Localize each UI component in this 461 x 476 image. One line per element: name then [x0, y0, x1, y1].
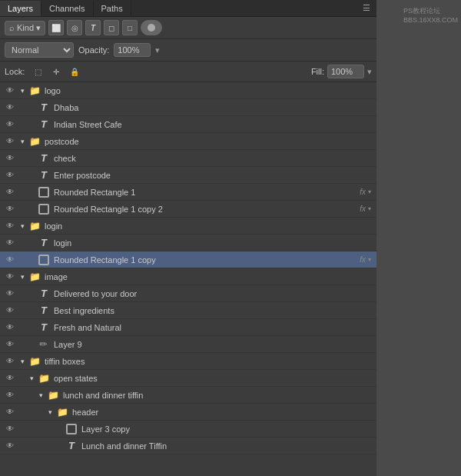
layer-row[interactable]: 👁TBest ingredients [0, 302, 376, 319]
eye-visibility-icon[interactable]: 👁 [3, 439, 17, 453]
expand-collapse-btn [26, 204, 37, 215]
filter-toggle-btn[interactable] [141, 20, 162, 35]
filter-smart-btn[interactable]: □ [122, 20, 138, 35]
layer-row[interactable]: 👁TFresh and Natural [0, 319, 376, 336]
eye-visibility-icon[interactable]: 👁 [3, 168, 17, 182]
expand-collapse-btn [26, 288, 37, 299]
eye-visibility-icon[interactable]: 👁 [3, 338, 17, 351]
eye-visibility-icon[interactable]: 👁 [3, 270, 17, 284]
layer-row[interactable]: 👁▾📁image [0, 268, 376, 285]
layer-row[interactable]: 👁▾📁header [0, 404, 376, 421]
fx-expand-btn[interactable]: ▾ [366, 188, 373, 196]
layer-row[interactable]: 👁Rounded Rectangle 1 copyfx▾ [0, 251, 376, 268]
layer-thumbnail [37, 185, 51, 199]
fill-arrow-btn[interactable]: ▾ [367, 67, 372, 77]
layer-row[interactable]: 👁TEnter postcode [0, 167, 376, 184]
filter-kind-chevron: ▾ [36, 23, 41, 33]
shape-rect-icon [38, 255, 49, 265]
text-type-icon: T [41, 152, 47, 164]
layer-row[interactable]: 👁Layer 3 copy [0, 421, 376, 438]
tab-paths[interactable]: Paths [94, 1, 131, 16]
expand-collapse-btn[interactable]: ▾ [17, 221, 28, 231]
eye-visibility-icon[interactable]: 👁 [3, 118, 17, 131]
expand-collapse-btn [26, 255, 37, 265]
eye-visibility-icon[interactable]: 👁 [3, 287, 17, 301]
eye-visibility-icon[interactable]: 👁 [3, 219, 17, 233]
fx-badge: fx [360, 255, 366, 264]
blendmode-toolbar: Normal Opacity: ▾ [0, 39, 376, 62]
expand-collapse-btn[interactable]: ▾ [45, 407, 55, 418]
expand-collapse-btn[interactable]: ▾ [35, 390, 46, 401]
layer-row[interactable]: 👁Tlogin [0, 235, 376, 251]
tab-channels[interactable]: Channels [41, 1, 93, 16]
expand-collapse-btn [26, 119, 37, 130]
fx-expand-btn[interactable]: ▾ [366, 205, 373, 213]
layer-row[interactable]: 👁▾📁open states [0, 370, 376, 387]
opacity-label: Opacity: [78, 45, 109, 55]
panel-menu-button[interactable]: ☰ [357, 0, 376, 16]
layer-name-label: Indian Street Cafe [54, 120, 373, 129]
lock-all-btn[interactable]: 🔒 [68, 65, 81, 78]
layer-row[interactable]: 👁TLunch and dinner Tiffin [0, 438, 376, 454]
layer-row[interactable]: 👁▾📁logo [0, 82, 376, 99]
layer-row[interactable]: 👁TDelivered to your door [0, 285, 376, 302]
eye-visibility-icon[interactable]: 👁 [3, 185, 17, 199]
layer-row[interactable]: 👁TIndian Street Cafe [0, 116, 376, 133]
layers-panel: Layers Channels Paths ☰ ⌕ Kind ▾ ⬜ ◎ T ◻… [0, 0, 376, 476]
opacity-input[interactable] [114, 43, 151, 57]
eye-visibility-icon[interactable]: 👁 [3, 405, 17, 419]
eye-visibility-icon[interactable]: 👁 [3, 321, 17, 335]
lock-position-btn[interactable]: ✛ [49, 65, 63, 78]
layer-row[interactable]: 👁TDhaba [0, 99, 376, 116]
eye-visibility-icon[interactable]: 👁 [3, 388, 17, 402]
eye-visibility-icon[interactable]: 👁 [3, 135, 17, 148]
layer-row[interactable]: 👁▾📁postcode [0, 133, 376, 150]
eye-visibility-icon[interactable]: 👁 [3, 371, 17, 385]
eye-visibility-icon[interactable]: 👁 [3, 202, 17, 216]
eye-visibility-icon[interactable]: 👁 [3, 304, 17, 318]
lock-pixel-btn[interactable]: ⬚ [31, 65, 45, 78]
opacity-arrow-btn[interactable]: ▾ [155, 45, 160, 55]
filter-text-btn[interactable]: T [85, 20, 101, 35]
eye-visibility-icon[interactable]: 👁 [3, 422, 17, 436]
fill-row: Fill: ▾ [311, 65, 372, 78]
fx-expand-btn[interactable]: ▾ [366, 256, 373, 264]
layer-name-label: Layer 3 copy [81, 424, 373, 434]
layer-thumbnail: 📁 [28, 84, 41, 98]
eye-visibility-icon[interactable]: 👁 [3, 84, 17, 98]
layer-row[interactable]: 👁▾📁tiffin boxes [0, 353, 376, 370]
eye-visibility-icon[interactable]: 👁 [3, 355, 17, 368]
layer-row[interactable]: 👁▾📁lunch and dinner tiffin [0, 387, 376, 404]
filter-shape-btn[interactable]: ◻ [104, 20, 119, 35]
layer-row[interactable]: 👁Tcheck [0, 150, 376, 167]
tab-layers[interactable]: Layers [0, 1, 41, 16]
layer-thumbnail: T [37, 101, 51, 115]
expand-collapse-btn[interactable]: ▾ [17, 136, 28, 147]
filter-pixel-btn[interactable]: ⬜ [48, 20, 64, 35]
layer-row[interactable]: 👁✎Layer 9 [0, 336, 376, 353]
brush-icon: ✎ [38, 338, 51, 351]
filter-kind-dropdown[interactable]: ⌕ Kind ▾ [5, 21, 45, 35]
layer-name-label: lunch and dinner tiffin [63, 391, 373, 400]
filter-adjust-btn[interactable]: ◎ [67, 20, 82, 35]
eye-visibility-icon[interactable]: 👁 [3, 151, 17, 165]
folder-icon: 📁 [48, 390, 59, 401]
layer-thumbnail: ✎ [37, 338, 51, 351]
layer-row[interactable]: 👁▾📁login [0, 218, 376, 235]
layer-row[interactable]: 👁Rounded Rectangle 1 copy 2fx▾ [0, 201, 376, 218]
eye-visibility-icon[interactable]: 👁 [3, 253, 17, 267]
eye-visibility-icon[interactable]: 👁 [3, 236, 17, 250]
layer-name-label: login [45, 221, 373, 231]
folder-icon: 📁 [29, 356, 41, 367]
layer-row[interactable]: 👁Rounded Rectangle 1fx▾ [0, 184, 376, 201]
text-type-icon: T [41, 288, 47, 299]
fill-input[interactable] [327, 65, 364, 78]
expand-collapse-btn[interactable]: ▾ [17, 85, 28, 96]
blend-mode-select[interactable]: Normal [5, 42, 74, 58]
expand-collapse-btn[interactable]: ▾ [17, 356, 28, 367]
filter-toolbar: ⌕ Kind ▾ ⬜ ◎ T ◻ □ [0, 17, 376, 39]
eye-visibility-icon[interactable]: 👁 [3, 101, 17, 115]
folder-icon: 📁 [29, 136, 41, 147]
expand-collapse-btn[interactable]: ▾ [26, 373, 37, 384]
expand-collapse-btn[interactable]: ▾ [17, 271, 28, 282]
